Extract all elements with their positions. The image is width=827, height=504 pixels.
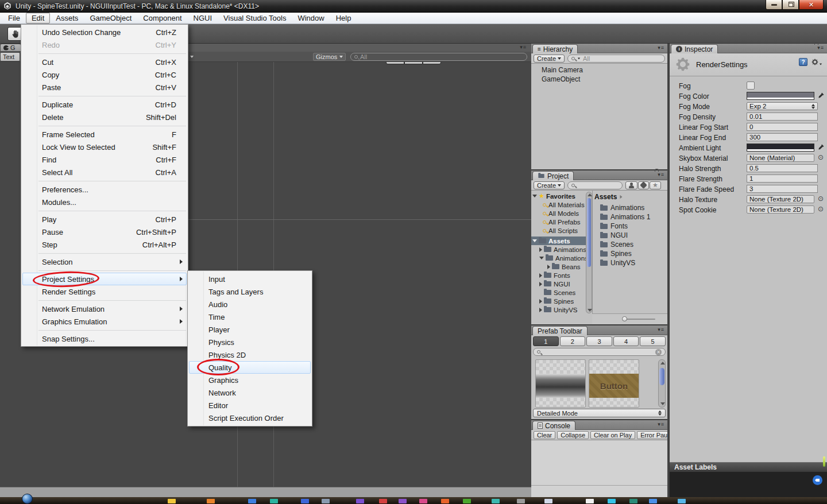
taskbar-app-icon[interactable] [678,499,686,503]
menu-assets[interactable]: Assets [50,13,84,24]
page-tab-2[interactable]: 2 [560,336,586,346]
skybox-material-field[interactable]: None (Material) [747,154,814,162]
hierarchy-search-input[interactable]: All [567,55,665,63]
menu-item-cut[interactable]: CutCtrl+X [21,56,188,68]
favorite-item[interactable]: All Scripts [531,226,586,235]
menu-item-frame-selected[interactable]: Frame SelectedF [21,128,188,141]
folder-row[interactable]: Animations 1 [596,212,650,222]
project-tab[interactable]: Project [532,171,574,180]
taskbar-app-icon[interactable] [419,499,427,503]
hierarchy-create-button[interactable]: Create [534,55,565,63]
ambient-light-swatch[interactable] [747,144,814,152]
submenu-item-graphics[interactable]: Graphics [188,374,312,386]
thumbnail-zoom-slider[interactable] [623,319,655,320]
menu-window[interactable]: Window [292,13,330,24]
menu-item-graphics-emulation[interactable]: Graphics Emulation [21,315,188,328]
project-search-input[interactable] [567,181,623,189]
panel-menu-icon[interactable]: ▾≡ [817,45,824,51]
object-picker-icon[interactable]: ⊙ [818,205,824,213]
linear-fog-end-input[interactable]: 300 [747,133,818,141]
fog-color-swatch[interactable] [747,92,814,100]
submenu-item-time[interactable]: Time [188,311,312,323]
menu-file[interactable]: File [2,13,26,24]
taskbar-app-icon[interactable] [544,499,552,503]
foldout-collapsed-icon[interactable] [539,308,542,312]
foldout-expanded-icon[interactable] [539,257,544,259]
detail-mode-dropdown[interactable]: Detailed Mode [533,409,666,417]
console-log-area[interactable] [531,440,667,485]
linear-fog-start-input[interactable]: 0 [747,123,818,131]
favorite-item[interactable]: All Models [531,209,586,218]
restore-button[interactable] [782,0,799,10]
prefab-search-input[interactable]: ✕ [533,348,666,356]
taskbar-app-icon[interactable] [492,499,500,503]
menu-component[interactable]: Component [137,13,187,24]
hierarchy-item-main-camera[interactable]: Main Camera [531,65,667,75]
prefab-thumbnail[interactable] [535,359,586,408]
foldout-collapsed-icon[interactable] [539,282,542,286]
page-tab-3[interactable]: 3 [586,336,612,346]
folder-row[interactable]: UnityVS [596,258,635,267]
foldout-expanded-icon[interactable] [532,195,537,197]
hierarchy-tab[interactable]: ≡Hierarchy [532,44,578,53]
tree-item[interactable]: Animations 1 [531,254,586,262]
folder-row[interactable]: NGUI [596,231,628,240]
menu-item-pause[interactable]: PauseCtrl+Shift+P [21,226,188,238]
close-button[interactable]: ✕ [799,0,824,10]
panel-menu-icon[interactable]: ▾≡ [520,44,527,50]
folder-row[interactable]: Fonts [596,222,628,231]
menu-edit[interactable]: Edit [26,13,50,24]
favorite-item[interactable]: All Materials [531,200,586,209]
tree-item[interactable]: Fonts [531,271,586,280]
panel-menu-icon[interactable]: ▾≡ [658,172,664,177]
hierarchy-item-gameobject[interactable]: GameObject [531,75,667,84]
submenu-item-physics-2d[interactable]: Physics 2D [188,348,312,361]
favorites-star-button[interactable]: ★ [650,181,661,189]
fog-checkbox[interactable] [747,82,755,90]
page-tab-1[interactable]: 1 [533,336,559,346]
submenu-item-player[interactable]: Player [188,323,312,336]
taskbar-app-icon[interactable] [248,499,256,503]
project-tree-scrollbar[interactable] [586,192,592,313]
favorites-root[interactable]: ★Favorites [531,192,586,200]
partial-tab-text[interactable]: Text [0,52,20,61]
menu-help[interactable]: Help [330,13,357,24]
menu-item-delete[interactable]: DeleteShift+Del [21,111,188,123]
menu-item-play[interactable]: PlayCtrl+P [21,213,188,226]
console-error-pause-button[interactable]: Error Pause [637,431,667,439]
windows-start-button[interactable] [22,494,33,504]
taskbar-app-icon[interactable] [356,499,364,503]
flare-fade-speed-input[interactable]: 3 [747,185,818,193]
search-by-label-button[interactable] [638,181,649,189]
game-search-input[interactable]: All [350,53,527,61]
menu-item-snap-settings[interactable]: Snap Settings... [21,332,188,345]
folder-row[interactable]: Spines [596,249,632,258]
taskbar-app-icon[interactable] [270,499,278,503]
menu-item-select-all[interactable]: Select AllCtrl+A [21,166,188,179]
menu-item-preferences[interactable]: Preferences... [21,183,188,196]
menu-item-render-settings[interactable]: Render Settings [21,285,188,298]
scroll-up-icon[interactable] [660,362,665,365]
menu-item-lock-view[interactable]: Lock View to SelectedShift+F [21,141,188,153]
game-view-tab[interactable]: G [0,44,21,52]
taskbar-app-icon[interactable] [649,499,657,503]
console-tab[interactable]: Console [532,421,575,430]
taskbar-app-icon[interactable] [207,499,215,503]
menu-item-undo[interactable]: Undo Selection ChangeCtrl+Z [21,26,188,38]
panel-menu-icon[interactable]: ▾≡ [658,421,664,427]
scroll-down-icon[interactable] [588,309,592,312]
taskbar-app-icon[interactable] [168,499,176,503]
minimize-button[interactable] [766,0,782,10]
menu-item-modules[interactable]: Modules... [21,196,188,208]
taskbar-app-icon[interactable] [463,499,471,503]
menu-item-duplicate[interactable]: DuplicateCtrl+D [21,98,188,111]
slider-knob[interactable] [622,316,627,321]
favorite-item[interactable]: All Prefabs [531,218,586,226]
taskbar-app-icon[interactable] [586,499,594,503]
taskbar-app-icon[interactable] [441,499,449,503]
taskbar-app-icon[interactable] [379,499,387,503]
halo-texture-field[interactable]: None (Texture 2D) [747,195,814,203]
tree-item[interactable]: NGUI [531,280,586,288]
gizmos-dropdown[interactable]: Gizmos [313,53,346,61]
inspector-tab[interactable]: iInspector [671,44,718,53]
